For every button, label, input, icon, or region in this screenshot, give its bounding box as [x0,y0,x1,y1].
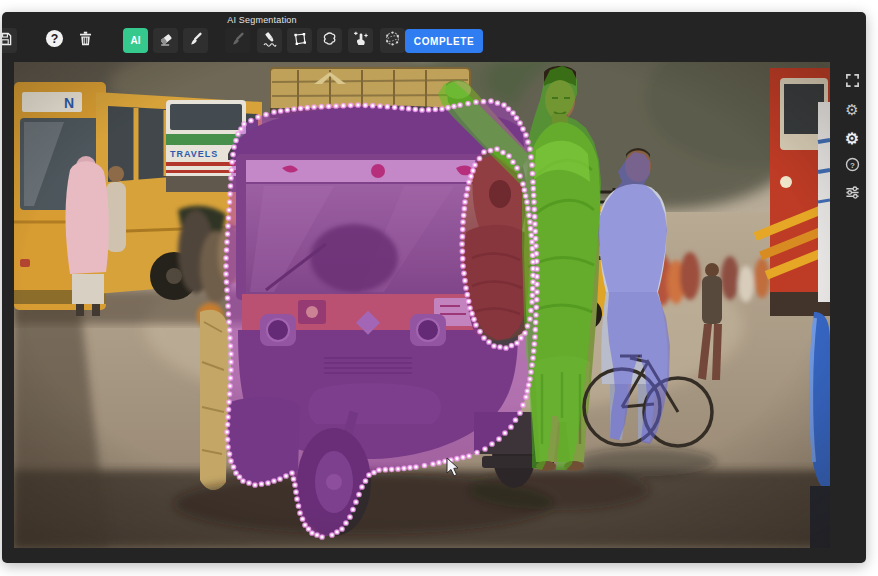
polygon-vertex[interactable] [502,103,506,107]
polygon-vertex[interactable] [341,104,345,108]
polygon-vertex[interactable] [272,479,276,483]
polygon-vertex[interactable] [224,280,228,284]
polygon-vertex[interactable] [226,304,230,308]
polygon-vertex[interactable] [481,99,485,103]
polygon-vertex[interactable] [490,442,494,446]
polygon-vertex[interactable] [530,240,534,244]
polygon-vertex[interactable] [228,344,232,348]
polygon-vertex[interactable] [525,200,529,204]
polygon-vertex[interactable] [349,103,353,107]
polygon-vertex[interactable] [463,200,467,204]
polygon-vertex[interactable] [228,384,232,388]
polygon-vertex[interactable] [229,168,233,172]
polygon-vertex[interactable] [506,107,510,111]
polygon-vertex[interactable] [229,176,233,180]
polygon-vertex[interactable] [225,430,229,434]
polygon-vertex[interactable] [296,504,300,508]
polygon-vertex[interactable] [529,370,533,374]
polygon-vertex[interactable] [227,392,231,396]
polygon-vertex[interactable] [521,127,525,131]
polygon-vertex[interactable] [530,247,534,251]
polygon-vertex[interactable] [227,400,231,404]
polygon-vertex[interactable] [462,213,466,217]
polygon-vertex[interactable] [464,286,468,290]
polygon-vertex[interactable] [227,200,231,204]
polygon-vertex[interactable] [472,317,476,321]
polygon-vertex[interactable] [266,481,270,485]
polygon-vertex[interactable] [256,115,260,119]
polygon-vertex[interactable] [525,389,529,393]
polygon-vertex[interactable] [402,466,406,470]
polygon-vertex[interactable] [468,306,472,310]
polygon-vertex[interactable] [396,467,400,471]
polygon-vertex[interactable] [228,336,232,340]
polygon-vertex[interactable] [474,323,478,327]
polygon-vertex[interactable] [462,207,466,211]
polygon-vertex[interactable] [284,474,288,478]
polygon-vertex[interactable] [469,174,473,178]
toolbar-polygon-button[interactable] [287,28,312,53]
polygon-vertex[interactable] [230,160,234,164]
toolbar-marker-button[interactable] [257,28,282,53]
polygon-vertex[interactable] [531,260,535,264]
polygon-vertex[interactable] [532,342,536,346]
polygon-vertex[interactable] [225,288,229,292]
polygon-vertex[interactable] [452,104,456,108]
polygon-vertex[interactable] [400,106,404,110]
polygon-vertex[interactable] [535,290,539,294]
polygon-vertex[interactable] [533,328,537,332]
toolbar-help-button[interactable]: ? [42,28,67,53]
polygon-vertex[interactable] [335,530,339,534]
polygon-vertex[interactable] [363,479,367,483]
polygon-vertex[interactable] [249,118,253,122]
polygon-vertex[interactable] [239,127,243,131]
polygon-vertex[interactable] [519,336,523,340]
polygon-vertex[interactable] [523,331,527,335]
polygon-vertex[interactable] [461,264,465,268]
polygon-vertex[interactable] [524,395,528,399]
toolbar-save-button[interactable] [2,28,17,53]
polygon-vertex[interactable] [226,216,230,220]
polygon-vertex[interactable] [234,138,238,142]
toolbar-ai-button[interactable]: AI [123,28,148,53]
complete-button[interactable]: COMPLETE [405,29,483,53]
polygon-vertex[interactable] [470,312,474,316]
polygon-vertex[interactable] [495,147,499,151]
polygon-vertex[interactable] [460,242,464,246]
polygon-vertex[interactable] [529,233,533,237]
polygon-vertex[interactable] [351,507,355,511]
polygon-vertex[interactable] [495,101,499,105]
polygon-vertex[interactable] [247,481,251,485]
polygon-vertex[interactable] [228,184,232,188]
polygon-vertex[interactable] [427,108,431,112]
polygon-vertex[interactable] [518,174,522,178]
polygon-vertex[interactable] [461,257,465,261]
polygon-vertex[interactable] [290,471,294,475]
polygon-vertex[interactable] [466,187,470,191]
polygon-vertex[interactable] [455,457,459,461]
polygon-vertex[interactable] [226,415,230,419]
polygon-vertex[interactable] [533,215,537,219]
polygon-vertex[interactable] [509,343,513,347]
polygon-vertex[interactable] [460,235,464,239]
polygon-vertex[interactable] [461,227,465,231]
polygon-vertex[interactable] [227,320,231,324]
polygon-vertex[interactable] [272,110,276,114]
polygon-vertex[interactable] [514,116,518,120]
polygon-vertex[interactable] [464,193,468,197]
polygon-vertex[interactable] [531,267,535,271]
polygon-vertex[interactable] [431,462,435,466]
polygon-vertex[interactable] [278,477,282,481]
polygon-vertex[interactable] [462,271,466,275]
polygon-vertex[interactable] [533,229,537,233]
polygon-vertex[interactable] [531,356,535,360]
polygon-vertex[interactable] [234,471,238,475]
polygon-vertex[interactable] [521,403,525,407]
polygon-vertex[interactable] [228,192,232,196]
polygon-vertex[interactable] [477,156,481,160]
polygon-vertex[interactable] [530,171,534,175]
polygon-vertex[interactable] [513,418,517,422]
polygon-vertex[interactable] [253,483,257,487]
polygon-vertex[interactable] [521,182,525,186]
polygon-vertex[interactable] [532,349,536,353]
